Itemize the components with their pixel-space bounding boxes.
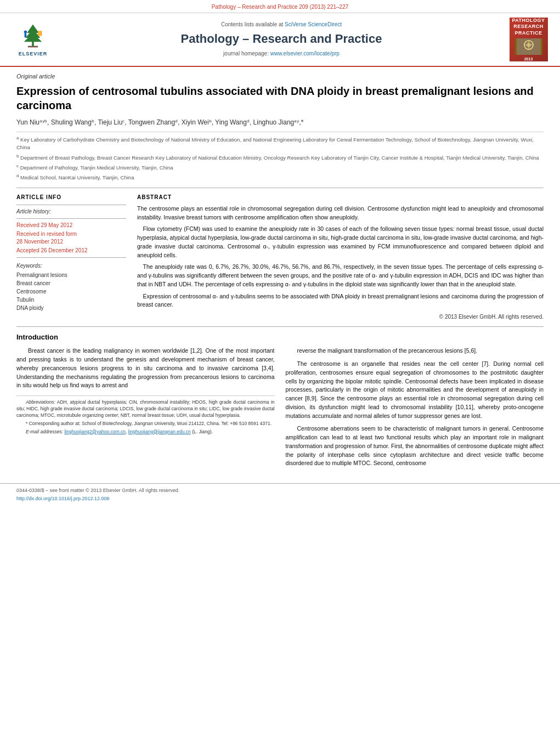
accepted-date: Accepted 26 December 2012 bbox=[16, 247, 126, 254]
bottom-bar: 0344-0338/$ – see front matter © 2013 El… bbox=[0, 483, 560, 505]
affiliation-a: a Key Laboratory of Carbohydrate Chemist… bbox=[16, 135, 544, 152]
affiliations: a Key Laboratory of Carbohydrate Chemist… bbox=[16, 132, 544, 182]
info-divider-3 bbox=[16, 257, 126, 258]
revised-date: Received in revised form 28 November 201… bbox=[16, 230, 126, 246]
keywords-label: Keywords: bbox=[16, 262, 126, 270]
doi-link[interactable]: http://dx.doi.org/10.1016/j.prp.2012.12.… bbox=[16, 495, 544, 502]
intro-left-para-1: Breast cancer is the leading malignancy … bbox=[16, 347, 275, 390]
authors-line: Yun Niuᵃʸᵇ, Shuling Wangᵇ, Tieju Liuᶜ, T… bbox=[16, 118, 544, 127]
abstract-para-3: The aneuploidy rate was 0, 6.7%, 26.7%, … bbox=[137, 263, 544, 289]
keyword-3: Centrosome bbox=[16, 288, 126, 296]
homepage-text: journal homepage: bbox=[223, 50, 270, 56]
top-reference-bar: Pathology – Research and Practice 209 (2… bbox=[0, 0, 560, 13]
elsevier-logo: ELSEVIER bbox=[11, 18, 55, 61]
abstract-para-2: Flow cytometry (FCM) was used to examine… bbox=[137, 225, 544, 259]
info-abstract-columns: ARTICLE INFO Article history: Received 2… bbox=[16, 194, 544, 321]
body-divider bbox=[16, 326, 544, 327]
section-divider bbox=[16, 188, 544, 188]
footnotes: Abbreviations: ADH, atypical ductal hype… bbox=[16, 395, 275, 435]
svg-point-5 bbox=[24, 30, 27, 33]
abstract-para-1: The centrosome plays an essential role i… bbox=[137, 205, 544, 222]
intro-right-para-2: The centrosome is an organelle that resi… bbox=[286, 360, 544, 420]
introduction-columns: Breast cancer is the leading malignancy … bbox=[16, 347, 544, 472]
header-center: Contents lists available at SciVerse Sci… bbox=[60, 18, 502, 61]
abstract-column: ABSTRACT The centrosome plays an essenti… bbox=[137, 194, 544, 321]
intro-right-para-3: Centrosome aberrations seem to be charac… bbox=[286, 425, 544, 468]
keyword-4: Tubulin bbox=[16, 296, 126, 304]
badge-box: PATHOLOGYRESEARCHPRACTICE 2013 bbox=[510, 18, 548, 61]
intro-right-para-1: reverse the malignant transformation of … bbox=[286, 347, 544, 355]
email-link-1[interactable]: linghuojiang2@yahoo.com.cn bbox=[64, 429, 126, 434]
journal-ref: Pathology – Research and Practice 209 (2… bbox=[212, 4, 349, 10]
affiliation-b: b Department of Breast Pathology, Breast… bbox=[16, 153, 544, 162]
introduction-title: Introduction bbox=[16, 332, 544, 342]
affiliation-d: d Medical School, NanKai University, Tia… bbox=[16, 173, 544, 182]
sciverse-link[interactable]: SciVerse ScienceDirect bbox=[285, 21, 342, 27]
email-note: E-mail addresses: linghuojiang2@yahoo.co… bbox=[16, 429, 275, 435]
affiliation-c: c Department of Pathology, Tianjin Medic… bbox=[16, 163, 544, 172]
abstract-title: ABSTRACT bbox=[137, 194, 544, 201]
elsevier-label: ELSEVIER bbox=[19, 50, 48, 58]
journal-badge: PATHOLOGYRESEARCHPRACTICE 2013 bbox=[508, 18, 549, 61]
badge-illustration-icon bbox=[517, 38, 541, 55]
article-history-label: Article history: bbox=[16, 208, 126, 216]
abbreviations-note: Abbreviations: ADH, atypical ductal hype… bbox=[16, 399, 275, 419]
introduction-left-col: Breast cancer is the leading malignancy … bbox=[16, 347, 275, 472]
article-title: Expression of centrosomal tubulins assoc… bbox=[16, 84, 544, 112]
badge-year: 2013 bbox=[524, 56, 533, 61]
email-link-2[interactable]: linghuojiang@jiangnan.edu.cn bbox=[128, 429, 191, 434]
copyright-notice: © 2013 Elsevier GmbH. All rights reserve… bbox=[137, 313, 544, 321]
issn-line: 0344-0338/$ – see front matter © 2013 El… bbox=[16, 487, 544, 494]
abstract-para-4: Expression of centrosomal α- and γ-tubul… bbox=[137, 292, 544, 310]
page: Pathology – Research and Practice 209 (2… bbox=[0, 0, 560, 741]
svg-rect-6 bbox=[25, 33, 27, 37]
article-type: Original article bbox=[16, 72, 544, 81]
keyword-2: Breast cancer bbox=[16, 280, 126, 287]
elsevier-tree-icon bbox=[16, 22, 49, 49]
badge-title: PATHOLOGYRESEARCHPRACTICE bbox=[512, 18, 545, 37]
article-info-column: ARTICLE INFO Article history: Received 2… bbox=[16, 194, 126, 321]
journal-title: Pathology – Research and Practice bbox=[60, 31, 502, 48]
corresponding-note: * Corresponding author at: School of Bio… bbox=[16, 421, 275, 427]
info-divider-2 bbox=[16, 218, 126, 219]
article-body: Original article Expression of centrosom… bbox=[0, 67, 560, 483]
journal-homepage: journal homepage: www.elsevier.com/locat… bbox=[60, 50, 502, 58]
abstract-text: The centrosome plays an essential role i… bbox=[137, 205, 544, 321]
sciverse-line: Contents lists available at SciVerse Sci… bbox=[60, 21, 502, 29]
info-divider-1 bbox=[16, 205, 126, 205]
introduction-right-col: reverse the malignant transformation of … bbox=[286, 347, 544, 472]
introduction-section: Introduction Breast cancer is the leadin… bbox=[16, 332, 544, 472]
keyword-1: Premalignant lesions bbox=[16, 271, 126, 279]
svg-rect-1 bbox=[28, 46, 38, 47]
keyword-5: DNA ploidy bbox=[16, 304, 126, 312]
badge-image bbox=[515, 38, 542, 55]
received-date: Received 29 May 2012 bbox=[16, 222, 126, 229]
header-area: ELSEVIER Contents lists available at Sci… bbox=[0, 13, 560, 67]
homepage-link[interactable]: www.elsevier.com/locate/prp bbox=[270, 50, 340, 56]
article-info-title: ARTICLE INFO bbox=[16, 194, 126, 201]
sciverse-text: Contents lists available at bbox=[221, 21, 285, 27]
